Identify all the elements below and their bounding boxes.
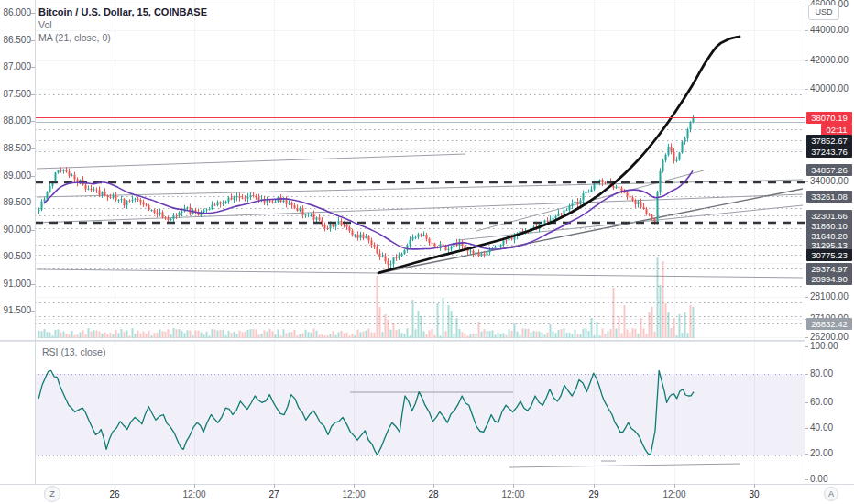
time-axis-label: 28 bbox=[428, 489, 438, 499]
rsi-axis-tick bbox=[805, 374, 808, 375]
symbol-title[interactable]: Bitcoin / U.S. Dollar, 15, COINBASE bbox=[38, 5, 207, 18]
left-axis-tick-label: 90.500 bbox=[2, 251, 31, 261]
price-badge-3785267: 37852.67 bbox=[806, 135, 852, 147]
rsi-axis-tick bbox=[805, 428, 808, 429]
left-axis-tick bbox=[31, 67, 35, 68]
right-axis-tick-label: 44000.00 bbox=[810, 25, 849, 35]
time-axis-label: 27 bbox=[268, 489, 279, 499]
left-axis-tick bbox=[31, 230, 35, 231]
right-axis-tick bbox=[805, 181, 808, 182]
rsi-indicator-label[interactable]: RSI (13, close) bbox=[42, 346, 105, 357]
time-axis-tick bbox=[513, 484, 514, 488]
time-axis-tick bbox=[594, 484, 595, 488]
time-axis-label: 26 bbox=[109, 489, 119, 499]
time-axis-label: 30 bbox=[749, 489, 759, 499]
price-badge-3485726: 34857.26 bbox=[806, 164, 852, 176]
time-axis-tick bbox=[354, 484, 355, 488]
rsi-axis-tick bbox=[805, 402, 808, 403]
left-axis-tick-label: 91.500 bbox=[2, 305, 31, 315]
price-badge-0211: 02:11 bbox=[821, 124, 852, 136]
left-axis-tick bbox=[31, 13, 35, 14]
horizontal-levels bbox=[35, 95, 805, 324]
left-axis-tick-label: 91.000 bbox=[2, 279, 31, 289]
time-axis-tick bbox=[194, 484, 195, 488]
right-axis-tick bbox=[805, 30, 808, 31]
right-axis-tick-label: 42000.00 bbox=[810, 55, 849, 65]
left-axis-tick-label: 86.500 bbox=[2, 35, 31, 45]
left-axis-tick-label: 90.000 bbox=[2, 225, 31, 235]
left-axis-tick bbox=[31, 40, 35, 41]
right-axis-tick-label: 34000.00 bbox=[810, 176, 849, 186]
time-axis-label: 12:00 bbox=[662, 489, 685, 499]
price-badge-3326108: 33261.08 bbox=[806, 191, 852, 203]
tradingview-chart-window: 86.00086.50087.00087.50088.00088.50089.0… bbox=[0, 0, 854, 504]
time-axis-label: 12:00 bbox=[182, 489, 205, 499]
time-axis[interactable] bbox=[0, 484, 854, 504]
rsi-axis-tick-label: 0.00 bbox=[810, 474, 827, 484]
right-axis-tick bbox=[805, 297, 808, 298]
left-axis-tick-label: 86.000 bbox=[2, 7, 31, 17]
time-axis-label: 12:00 bbox=[342, 489, 365, 499]
time-axis-label: 29 bbox=[588, 489, 598, 499]
rsi-axis-tick bbox=[805, 346, 808, 347]
price-badge-2899490: 28994.90 bbox=[806, 273, 852, 285]
right-axis-tick bbox=[805, 337, 808, 338]
rsi-pane[interactable] bbox=[0, 341, 805, 484]
left-axis-tick bbox=[31, 257, 35, 257]
rsi-axis-tick-label: 80.00 bbox=[810, 368, 833, 378]
price-badge-2683242: 26832.42 bbox=[806, 318, 852, 330]
rsi-band bbox=[35, 374, 805, 455]
left-axis-tick bbox=[31, 176, 35, 177]
left-axis-tick bbox=[31, 148, 35, 149]
time-axis-tick bbox=[115, 484, 115, 488]
left-axis-tick-label: 88.500 bbox=[2, 143, 31, 153]
timezone-button[interactable]: Z bbox=[44, 486, 60, 502]
right-axis-tick bbox=[805, 60, 808, 61]
left-axis-tick-label: 89.500 bbox=[2, 197, 31, 207]
time-axis-tick bbox=[754, 484, 755, 488]
time-axis-label: 12:00 bbox=[501, 489, 524, 499]
left-axis-tick-label: 89.000 bbox=[2, 170, 31, 181]
rsi-axis-tick bbox=[805, 454, 808, 455]
time-axis-tick bbox=[674, 484, 675, 488]
rsi-axis-tick-label: 40.00 bbox=[810, 422, 833, 433]
right-axis-tick-label: 28100.00 bbox=[810, 291, 849, 301]
left-axis-tick-label: 87.000 bbox=[2, 61, 31, 71]
left-axis-tick-label: 87.500 bbox=[2, 89, 31, 99]
left-axis-tick-label: 88.000 bbox=[2, 115, 31, 126]
left-axis-tick bbox=[31, 203, 35, 203]
rsi-axis-tick-label: 60.00 bbox=[810, 397, 833, 407]
chart-legend: Bitcoin / U.S. Dollar, 15, COINBASE Vol … bbox=[38, 5, 207, 44]
left-axis-tick bbox=[31, 121, 35, 122]
left-axis-tick bbox=[31, 94, 35, 95]
rsi-trend-line bbox=[509, 464, 740, 467]
main-price-pane[interactable] bbox=[0, 0, 805, 340]
rsi-axis-tick bbox=[805, 479, 808, 480]
right-axis-tick-label: 40000.00 bbox=[810, 83, 849, 93]
time-axis-tick bbox=[274, 484, 275, 488]
price-badge-3724376: 37243.76 bbox=[806, 146, 852, 158]
legend-volume[interactable]: Vol bbox=[38, 18, 207, 31]
autoscale-button[interactable]: A bbox=[824, 487, 838, 501]
left-axis-line bbox=[35, 0, 36, 484]
left-axis-tick bbox=[31, 284, 35, 285]
price-badge-3077523: 30775.23 bbox=[806, 249, 852, 261]
currency-toggle-button[interactable]: USD bbox=[808, 5, 839, 20]
rsi-axis-tick-label: 100.00 bbox=[810, 341, 838, 351]
pane-separator[interactable] bbox=[0, 340, 854, 341]
rsi-axis-tick-label: 20.00 bbox=[810, 448, 833, 458]
time-axis-tick bbox=[433, 484, 434, 488]
left-axis-tick bbox=[31, 311, 35, 312]
price-badge-3807019: 38070.19 bbox=[806, 112, 852, 124]
right-axis-tick bbox=[805, 89, 808, 90]
legend-ma[interactable]: MA (21, close, 0) bbox=[38, 31, 207, 44]
